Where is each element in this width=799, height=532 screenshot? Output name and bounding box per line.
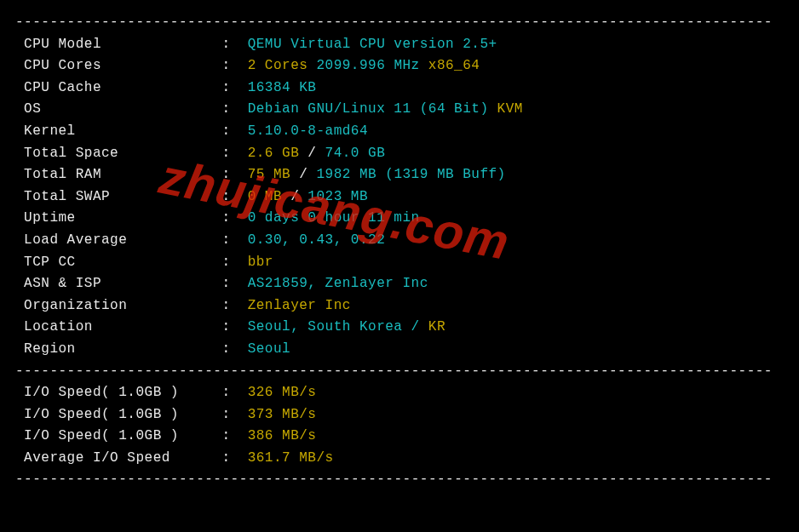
- iospeed-row: Average I/O Speed : 361.7 MB/s: [15, 448, 784, 470]
- iospeed-value: 373 MB/s: [248, 404, 317, 426]
- colon: :: [221, 382, 239, 404]
- sysinfo-value: 5.10.0-8-amd64: [248, 121, 368, 143]
- sysinfo-value: 16384 KB: [248, 77, 317, 100]
- sysinfo-value: 2 Cores: [248, 55, 308, 77]
- sysinfo-row: Total RAM : 75 MB / 1982 MB (1319 MB Buf…: [15, 164, 784, 186]
- io-speed-block: I/O Speed( 1.0GB ) : 326 MB/s I/O Speed(…: [15, 382, 784, 469]
- sysinfo-row: Location : Seoul, South Korea / KR: [15, 317, 784, 339]
- sysinfo-label: Region: [15, 339, 221, 361]
- sysinfo-value: bbr: [248, 252, 273, 274]
- sysinfo-label: CPU Model: [15, 34, 221, 56]
- sysinfo-row: TCP CC : bbr: [15, 252, 784, 274]
- sysinfo-label: ASN & ISP: [15, 273, 221, 295]
- colon: :: [221, 230, 239, 252]
- sysinfo-value: Debian GNU/Linux 11 (64 Bit): [248, 99, 489, 121]
- colon: :: [221, 273, 239, 295]
- sysinfo-label: Load Average: [15, 230, 221, 252]
- sysinfo-row: Organization : Zenlayer Inc: [15, 295, 784, 317]
- terminal-output: ----------------------------------------…: [15, 12, 784, 491]
- iospeed-value: 326 MB/s: [248, 382, 317, 404]
- sysinfo-row: Uptime : 0 days 0 hour 11 min: [15, 208, 784, 230]
- colon: :: [221, 404, 239, 426]
- sysinfo-value: 74.0 GB: [325, 143, 386, 165]
- sysinfo-row: CPU Model : QEMU Virtual CPU version 2.5…: [15, 34, 784, 56]
- sysinfo-value: 0.30, 0.43, 0.22: [248, 230, 386, 252]
- colon: :: [221, 77, 239, 100]
- sysinfo-value: 0 MB: [248, 186, 282, 209]
- sysinfo-row: Region : Seoul: [15, 339, 784, 361]
- iospeed-label: I/O Speed( 1.0GB ): [15, 404, 221, 426]
- sysinfo-value: 2099.996 MHz: [308, 55, 428, 77]
- sysinfo-label: Uptime: [15, 208, 221, 230]
- sysinfo-label: CPU Cache: [15, 77, 221, 100]
- sysinfo-row: Total Space : 2.6 GB / 74.0 GB: [15, 143, 784, 165]
- sysinfo-value: x86_64: [428, 55, 480, 77]
- iospeed-row: I/O Speed( 1.0GB ) : 373 MB/s: [15, 404, 784, 426]
- colon: :: [221, 143, 239, 165]
- sysinfo-row: ASN & ISP : AS21859, Zenlayer Inc: [15, 273, 784, 295]
- divider-mid: ----------------------------------------…: [15, 361, 784, 383]
- sysinfo-value: 2.6 GB: [248, 143, 300, 165]
- sysinfo-value: 1023 MB: [308, 186, 368, 209]
- iospeed-label: I/O Speed( 1.0GB ): [15, 382, 221, 404]
- colon: :: [221, 55, 239, 77]
- iospeed-label: Average I/O Speed: [15, 448, 221, 470]
- sysinfo-value: KVM: [488, 99, 522, 121]
- sysinfo-row: Load Average : 0.30, 0.43, 0.22: [15, 230, 784, 252]
- colon: :: [221, 339, 239, 361]
- sysinfo-value: Seoul: [248, 339, 291, 361]
- iospeed-value: 361.7 MB/s: [248, 448, 334, 470]
- sysinfo-row: OS : Debian GNU/Linux 11 (64 Bit) KVM: [15, 99, 784, 121]
- iospeed-value: 386 MB/s: [248, 426, 317, 448]
- colon: :: [221, 317, 239, 339]
- system-info-block: CPU Model : QEMU Virtual CPU version 2.5…: [15, 34, 784, 361]
- sysinfo-row: Kernel : 5.10.0-8-amd64: [15, 121, 784, 143]
- sysinfo-value: Seoul, South Korea /: [248, 317, 428, 339]
- colon: :: [221, 164, 239, 186]
- sysinfo-value: /: [299, 143, 325, 165]
- sysinfo-label: Total Space: [15, 143, 221, 165]
- sysinfo-row: CPU Cache : 16384 KB: [15, 77, 784, 100]
- iospeed-label: I/O Speed( 1.0GB ): [15, 426, 221, 448]
- colon: :: [221, 34, 239, 56]
- sysinfo-value: QEMU Virtual CPU version 2.5+: [248, 34, 497, 56]
- sysinfo-row: CPU Cores : 2 Cores 2099.996 MHz x86_64: [15, 55, 784, 77]
- sysinfo-label: Location: [15, 317, 221, 339]
- iospeed-row: I/O Speed( 1.0GB ) : 326 MB/s: [15, 382, 784, 404]
- sysinfo-label: Organization: [15, 295, 221, 317]
- sysinfo-value: 75 MB: [248, 164, 291, 186]
- sysinfo-label: Total SWAP: [15, 186, 221, 209]
- colon: :: [221, 186, 239, 209]
- divider-bottom: ----------------------------------------…: [15, 469, 784, 491]
- sysinfo-value: /: [290, 164, 316, 186]
- sysinfo-label: TCP CC: [15, 252, 221, 274]
- sysinfo-value: Zenlayer Inc: [248, 295, 351, 317]
- colon: :: [221, 252, 239, 274]
- sysinfo-label: CPU Cores: [15, 55, 221, 77]
- sysinfo-label: OS: [15, 99, 221, 121]
- colon: :: [221, 448, 239, 470]
- sysinfo-value: AS21859, Zenlayer Inc: [248, 273, 428, 295]
- sysinfo-label: Total RAM: [15, 164, 221, 186]
- colon: :: [221, 121, 239, 143]
- sysinfo-value: /: [282, 186, 308, 209]
- sysinfo-row: Total SWAP : 0 MB / 1023 MB: [15, 186, 784, 209]
- sysinfo-value: (1319 MB Buff): [377, 164, 506, 186]
- sysinfo-value: 1982 MB: [316, 164, 377, 186]
- sysinfo-value: 0 days 0 hour 11 min: [248, 208, 420, 230]
- colon: :: [221, 208, 239, 230]
- divider-top: ----------------------------------------…: [15, 12, 784, 34]
- colon: :: [221, 99, 239, 121]
- colon: :: [221, 426, 239, 448]
- iospeed-row: I/O Speed( 1.0GB ) : 386 MB/s: [15, 426, 784, 448]
- sysinfo-label: Kernel: [15, 121, 221, 143]
- colon: :: [221, 295, 239, 317]
- sysinfo-value: KR: [428, 317, 445, 339]
